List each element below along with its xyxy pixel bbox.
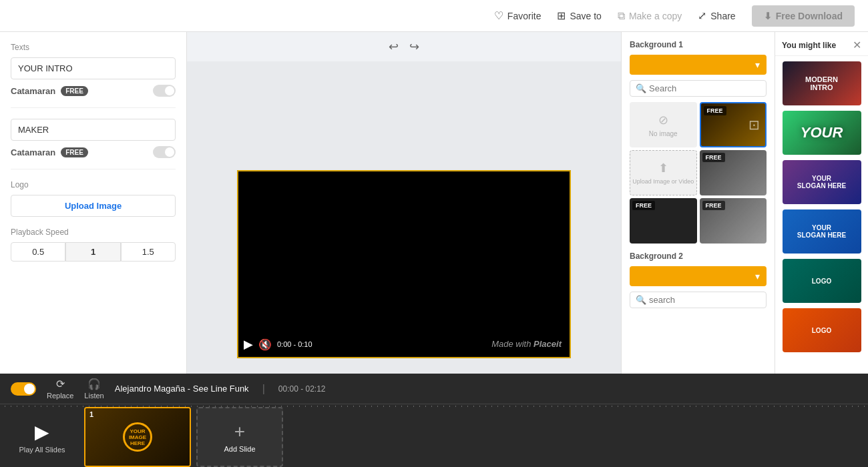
slides-strip: ▶ Play All Slides 1 YOURIMAGEHERE + Add … — [0, 407, 868, 467]
bg1-color-dropdown[interactable]: ▾ — [630, 55, 767, 75]
suggest-item-orange[interactable]: LOGO — [783, 308, 861, 352]
favorite-button[interactable]: ♡ Favorite — [494, 9, 541, 22]
texts-label: Texts — [11, 43, 176, 52]
timeline-tick — [347, 406, 348, 407]
divider-1 — [11, 107, 176, 108]
play-button[interactable]: ▶ — [244, 337, 253, 352]
bg-badge-1: FREE — [704, 106, 726, 115]
divider-2 — [11, 169, 176, 169]
crop-icon: ⊡ — [748, 117, 760, 133]
timeline-tick — [413, 406, 414, 407]
timeline-tick — [792, 406, 793, 407]
timeline-tick — [618, 406, 618, 407]
timeline-tick — [401, 406, 402, 407]
timeline-tick — [503, 406, 504, 407]
save-icon: ⊞ — [557, 9, 566, 22]
text1-toggle[interactable] — [153, 85, 176, 97]
slide-thumb-1[interactable]: 1 YOURIMAGEHERE — [84, 407, 191, 467]
upload-image-button[interactable]: Upload Image — [11, 195, 176, 217]
copy-button[interactable]: ⧉ Make a copy — [618, 10, 682, 22]
suggest-item-your[interactable]: YOUR — [783, 111, 861, 155]
redo-button[interactable]: ↪ — [409, 39, 419, 54]
undo-button[interactable]: ↩ — [389, 39, 399, 54]
timeline-tick — [197, 406, 198, 407]
free-download-button[interactable]: ⬇ Free Download — [752, 5, 855, 27]
play-all-button[interactable]: ▶ Play All Slides — [5, 421, 79, 454]
audio-toggle[interactable] — [11, 382, 36, 396]
timeline-tick — [786, 406, 787, 407]
suggest-item-teal[interactable]: LOGO — [783, 259, 861, 303]
suggest-purple-label: YOURSLOGAN HERE — [797, 175, 846, 189]
suggest-item-modern[interactable]: MODERNINTRO — [783, 61, 861, 105]
text2-toggle[interactable] — [153, 146, 176, 158]
timeline-tick — [521, 406, 522, 407]
timeline-tick — [864, 406, 865, 407]
timeline-tick — [461, 406, 462, 407]
suggest-item-blue[interactable]: YOURSLOGAN HERE — [783, 209, 861, 254]
timeline-tick — [684, 406, 684, 407]
timeline-tick — [245, 406, 246, 407]
close-suggest-button[interactable]: ✕ — [853, 39, 861, 51]
suggest-teal-label: LOGO — [812, 278, 831, 285]
mute-button[interactable]: 🔇 — [258, 338, 272, 351]
speed-1-button[interactable]: 1 — [65, 242, 120, 262]
timeline-tick — [624, 406, 624, 407]
suggest-item-purple[interactable]: YOURSLOGAN HERE — [783, 160, 861, 204]
timeline-tick — [612, 406, 612, 407]
speed-05-button[interactable]: 0.5 — [11, 242, 65, 262]
timeline-tick — [606, 406, 606, 407]
bg-no-image[interactable]: ⊘ No image — [630, 102, 697, 147]
replace-button[interactable]: ⟳ Replace — [47, 378, 73, 400]
bg-thumb-3[interactable]: FREE — [630, 198, 697, 244]
timeline-tick — [564, 406, 564, 407]
share-button[interactable]: ⤢ Share — [698, 9, 735, 22]
bg1-search-input[interactable] — [649, 83, 761, 93]
timeline-tick — [29, 406, 29, 407]
headphone-icon: 🎧 — [87, 378, 101, 390]
save-button[interactable]: ⊞ Save to — [557, 9, 601, 22]
font1-badge: FREE — [61, 86, 88, 96]
add-slide-button[interactable]: + Add Slide — [196, 407, 283, 467]
timeline-tick — [654, 406, 654, 407]
bg2-color-swatch — [636, 270, 730, 282]
timeline-tick — [720, 406, 720, 407]
bg2-color-dropdown[interactable]: ▾ — [630, 266, 767, 286]
audio-strip: ⟳ Replace 🎧 Listen Alejandro Magaña - Se… — [0, 374, 868, 404]
timeline-tick — [251, 406, 252, 407]
timeline-tick — [83, 406, 83, 407]
timeline-tick — [726, 406, 726, 407]
suggest-orange-label: LOGO — [812, 327, 831, 334]
bg-thumb-2[interactable]: FREE — [700, 150, 767, 195]
timeline-tick — [71, 406, 71, 407]
timeline-tick — [491, 406, 492, 407]
timeline-tick — [215, 406, 216, 407]
timeline-tick — [359, 406, 360, 407]
suggest-title: You might like — [782, 41, 836, 50]
timeline-tick — [467, 406, 468, 407]
share-label: Share — [710, 11, 735, 21]
bg-thumb-4[interactable]: FREE — [700, 198, 767, 244]
timeline-tick — [47, 406, 47, 407]
bg-thumb-1[interactable]: FREE ⊡ — [700, 102, 767, 147]
no-image-label: No image — [649, 130, 678, 137]
speed-buttons: 0.5 1 1.5 — [11, 242, 176, 262]
logo-section: Logo Upload Image — [11, 180, 176, 217]
timeline-tick — [515, 406, 516, 407]
slide-number-1: 1 — [89, 410, 93, 418]
bg2-search-input[interactable] — [649, 295, 761, 305]
timeline-tick — [17, 406, 17, 407]
speed-15-button[interactable]: 1.5 — [121, 242, 176, 262]
font2-badge: FREE — [61, 147, 88, 157]
download-icon: ⬇ — [764, 11, 772, 21]
text2-input[interactable] — [11, 119, 176, 141]
listen-button[interactable]: 🎧 Listen — [84, 378, 103, 400]
timeline-tick — [750, 406, 750, 407]
timeline-tick — [431, 406, 432, 407]
timeline-tick — [768, 406, 769, 407]
timeline-tick — [660, 406, 660, 407]
text1-input[interactable] — [11, 57, 176, 79]
bg-upload-thumb[interactable]: ⬆ Upload Image or Video — [630, 150, 697, 195]
replace-icon: ⟳ — [56, 378, 65, 390]
save-label: Save to — [570, 11, 601, 21]
timeline-tick — [365, 406, 366, 407]
